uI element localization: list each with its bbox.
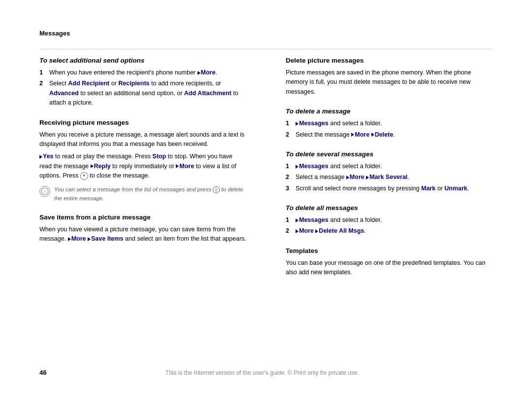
delete-link: Delete [375,131,394,138]
list-num: 1 [286,162,292,171]
list-num: 3 [286,184,292,193]
more-link: More [201,69,216,76]
arrow-icon [91,164,94,168]
delete-all-msgs-link: Delete All Msgs [319,227,364,234]
arrow-icon [39,155,42,159]
left-column: To select additional send options 1 When… [39,57,256,359]
item-text: More Delete All Msgs. [296,226,493,236]
mark-several-link: Mark Several [369,174,407,180]
page: Messages To select additional send optio… [0,0,532,396]
save-items-link: Save Items [91,235,123,242]
item-text: Messages and select a folder. [296,216,493,225]
item-text: Select a message More Mark Several. [296,173,493,182]
delete-all-list: 1 Messages and select a folder. 2 More D… [286,216,493,236]
list-num: 1 [286,119,292,128]
arrow-icon [296,122,299,126]
section-title-templates: Templates [286,247,493,254]
messages-link: Messages [299,163,329,170]
list-num: 2 [286,173,292,182]
more-link: More [350,174,365,180]
arrow-icon [296,218,299,222]
section-receiving-picture: Receiving picture messages When you rece… [39,119,246,203]
list-num: 2 [286,130,292,140]
note-box: i You can select a message from the list… [39,185,246,203]
recipients-link: Recipients [118,80,149,87]
templates-body: You can base your message on one of the … [286,258,493,278]
section-title-delete-all: To delete all messages [286,204,493,212]
arrow-icon [88,237,91,241]
more-link: More [355,131,369,138]
more-link: More [299,227,314,234]
more-link: More [179,163,194,170]
arrow-icon [198,71,200,75]
arrow-icon [371,133,374,137]
item-text: Messages and select a folder. [296,119,493,128]
note-icon: i [39,186,50,197]
page-header: Messages [39,30,493,39]
unmark-link: Unmark [444,185,467,192]
arrow-line: Yes to read or play the message. Press S… [39,152,246,180]
arrow-icon [296,165,299,169]
section-title-delete-picture: Delete picture messages [286,57,493,64]
delete-message-list: 1 Messages and select a folder. 2 Select… [286,119,493,140]
footer-notice: This is the Internet version of the user… [46,369,478,376]
list-num: 2 [39,79,45,108]
list-item: 1 Messages and select a folder. [286,119,493,128]
list-item: 2 Select the message More Delete. [286,130,493,140]
arrow-icon [68,237,71,241]
add-attachment-link: Add Attachment [184,90,232,97]
more-link: More [71,235,86,242]
stop-link: Stop [152,153,166,160]
right-column: Delete picture messages Picture messages… [276,57,493,359]
list-item: 3 Scroll and select more messages by pre… [286,184,493,193]
section-title-save: Save items from a picture message [39,214,246,221]
content-area: To select additional send options 1 When… [39,57,493,359]
item-text: Select Add Recipient or Recipients to ad… [49,79,246,108]
mark-link: Mark [421,185,435,192]
item-text: Scroll and select more messages by press… [296,184,493,193]
page-footer: 46 This is the Internet version of the u… [39,364,493,376]
item-text: Messages and select a folder. [296,162,493,171]
reply-link: Reply [94,163,111,170]
page-number: 46 [39,369,46,376]
c-button-icon: c [213,186,220,193]
section-delete-several: To delete several messages 1 Messages an… [286,150,493,193]
arrow-icon [346,176,349,180]
save-body: When you have viewed a picture message, … [39,225,246,244]
section-title-receiving: Receiving picture messages [39,119,246,126]
arrow-icon [351,133,354,137]
section-delete-message: To delete a message 1 Messages and selec… [286,108,493,140]
section-save-items: Save items from a picture message When y… [39,214,246,244]
select-options-list: 1 When you have entered the recipient's … [39,68,246,108]
info-icon: i [41,187,49,195]
section-title-select-options: To select additional send options [39,57,246,64]
section-delete-picture: Delete picture messages Picture messages… [286,57,493,97]
arrow-icon [366,176,369,180]
list-item: 2 Select Add Recipient or Recipients to … [39,79,246,108]
section-title-delete-several: To delete several messages [286,150,493,158]
joystick-icon: ✦ [80,172,88,180]
yes-link: Yes [43,153,54,160]
note-text: You can select a message from the list o… [54,185,246,203]
list-num: 2 [286,226,292,236]
item-text: Select the message More Delete. [296,130,493,140]
list-item: 1 Messages and select a folder. [286,216,493,225]
list-num: 1 [39,68,45,77]
section-templates: Templates You can base your message on o… [286,247,493,278]
delete-several-list: 1 Messages and select a folder. 2 Select… [286,162,493,193]
header-divider [39,49,493,49]
header-title: Messages [39,30,70,37]
section-select-send-options: To select additional send options 1 When… [39,57,246,108]
receiving-body: When you receive a picture message, a me… [39,130,246,149]
section-title-delete-msg: To delete a message [286,108,493,115]
list-item: 2 More Delete All Msgs. [286,226,493,236]
advanced-link: Advanced [49,90,79,97]
item-text: When you have entered the recipient's ph… [49,68,246,77]
list-item: 1 When you have entered the recipient's … [39,68,246,77]
arrow-icon [176,164,179,168]
add-recipient-link: Add Recipient [68,80,109,87]
list-item: 2 Select a message More Mark Several. [286,173,493,182]
arrow-icon [296,229,299,233]
delete-picture-body: Picture messages are saved in the phone … [286,68,493,97]
section-delete-all: To delete all messages 1 Messages and se… [286,204,493,236]
